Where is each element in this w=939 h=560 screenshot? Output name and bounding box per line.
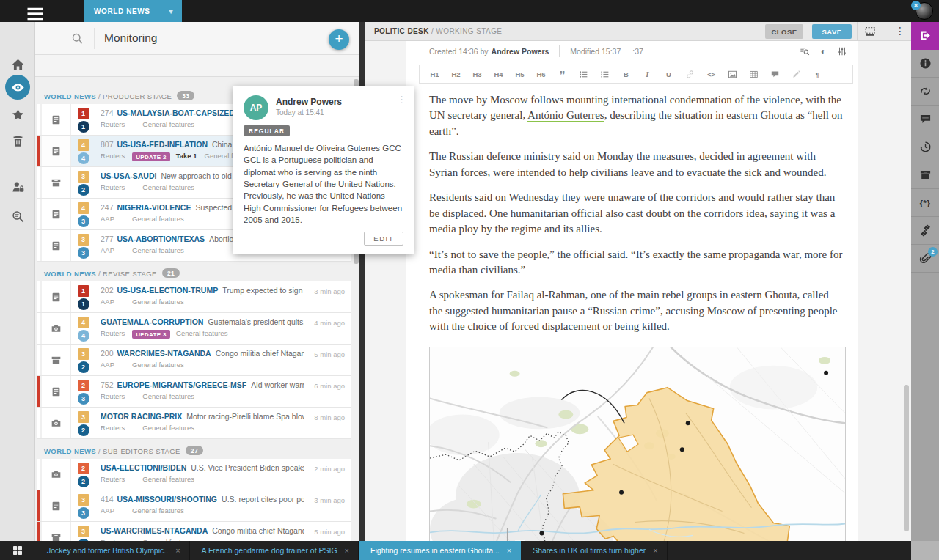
macros-button[interactable]: {*}	[911, 189, 939, 217]
workspace-selector[interactable]: WORLD NEWS ▾	[84, 0, 182, 22]
monitoring-item[interactable]: 32200WARCRIMES-NTAGANDACongo militia chi…	[37, 345, 351, 376]
annotated-text[interactable]: António Guterres	[527, 109, 604, 122]
close-icon[interactable]: ×	[653, 546, 657, 555]
toolbar-link-icon-button[interactable]	[679, 65, 701, 83]
toolbar-embed-code-button[interactable]: <>	[701, 65, 722, 83]
article-paragraph: A spokesman for Failaq al-Rahman, one of…	[429, 287, 844, 334]
kebab-menu-icon[interactable]: ⋮	[895, 25, 905, 37]
article-meta-row: Created 14:36 by Andrew Powers Modified …	[406, 41, 858, 62]
toolbar-h5-button[interactable]: H5	[509, 65, 530, 83]
toolbar-blockquote-button[interactable]: ”	[552, 65, 573, 83]
minimize-to-strip-icon[interactable]	[864, 26, 876, 37]
priority-badge: 1	[78, 121, 89, 133]
monitoring-item[interactable]: 44GUATEMALA-CORRUPTIONGuatemala's presid…	[37, 313, 351, 345]
toolbar-h4-button[interactable]: H4	[488, 65, 509, 83]
sidebar-item-spike[interactable]	[0, 128, 35, 153]
stage-group-header[interactable]: WORLD NEWS/REVISE STAGE21	[44, 268, 354, 278]
created-label: Created 14:36 by	[429, 47, 489, 56]
urgency-badge: 4	[78, 317, 89, 328]
find-replace-icon[interactable]	[800, 46, 810, 56]
item-meta: 32	[71, 408, 95, 438]
toolbar-annotate-icon-button[interactable]	[786, 65, 807, 83]
sidebar-item-personal-space[interactable]	[0, 174, 35, 199]
group-separator: /	[98, 447, 101, 455]
toolbar-table-icon-button[interactable]	[743, 65, 764, 83]
add-content-button[interactable]: +	[329, 29, 349, 50]
monitoring-item[interactable]: 11202US-USA-ELECTION-TRUMPTrump expected…	[37, 281, 351, 313]
suggestions-button[interactable]	[911, 78, 939, 106]
monitoring-item[interactable]: 32MOTOR RACING-PRIXMotor racing-Pirelli …	[37, 408, 351, 439]
item-meta: 32	[71, 345, 95, 375]
item-genre: General features	[142, 475, 194, 483]
kebab-menu-icon[interactable]: ⋮	[397, 94, 406, 105]
close-icon[interactable]: ×	[175, 546, 180, 555]
sidebar-item-highlights[interactable]	[0, 102, 35, 127]
toolbar-paragraph-mark-button[interactable]: ¶	[807, 65, 828, 83]
stage-group-header[interactable]: WORLD NEWS/SUB-EDITORS STAGE27	[44, 446, 354, 455]
sidebar-item-home[interactable]	[0, 52, 35, 77]
theme-contrast-icon[interactable]: ◐	[821, 46, 826, 56]
editor-scrollbar[interactable]	[904, 385, 909, 531]
item-headline: U.S. Vice President Biden speaks...	[191, 463, 304, 472]
toolbar-h2-button[interactable]: H2	[445, 65, 467, 83]
toolbar-h6-button[interactable]: H6	[530, 65, 552, 83]
open-article-tab[interactable]: A French gendarme dog trainer of PSIG×	[190, 541, 359, 560]
article-body[interactable]: The move by Moscow follows mounting inte…	[429, 92, 844, 335]
monitoring-item[interactable]: 22USA-ELECTIONI/BIDENU.S. Vice President…	[37, 459, 351, 490]
close-icon[interactable]: ×	[507, 546, 511, 555]
send-to-button[interactable]	[911, 22, 939, 50]
trash-icon	[11, 134, 25, 148]
monitoring-item[interactable]: 32US-WARCRIMES-NTAGANDACongo militia chi…	[37, 522, 351, 541]
modified-label: Modified 15:37	[570, 47, 621, 56]
item-time: 6 min ago	[314, 382, 345, 390]
search-icon[interactable]	[71, 32, 84, 45]
monitoring-item[interactable]: 33414USA-MISSOURI/SHOOTINGU.S. report ci…	[37, 490, 351, 522]
packages-button[interactable]	[911, 161, 939, 189]
text-item-icon	[42, 104, 71, 135]
save-button[interactable]: SAVE	[812, 24, 852, 39]
attachments-button[interactable]: 2	[911, 245, 939, 273]
history-icon	[919, 141, 932, 153]
toolbar-comment-icon-button[interactable]	[764, 65, 786, 83]
group-count-badge: 33	[177, 91, 194, 100]
close-button[interactable]: CLOSE	[765, 24, 803, 39]
toolbar-underline-button[interactable]: U	[658, 65, 679, 83]
status-badge: REGULAR	[244, 125, 290, 136]
workspace-grid-icon[interactable]	[0, 541, 35, 560]
close-icon[interactable]: ×	[345, 546, 349, 555]
update-badge: UPDATE 2	[132, 152, 169, 161]
sidebar-item-global-search[interactable]	[0, 204, 35, 229]
map-image[interactable]	[429, 347, 846, 541]
separator	[888, 22, 888, 41]
open-article-tab[interactable]: Jockey and former British Olympic..×	[35, 541, 190, 560]
edit-button[interactable]: EDIT	[364, 232, 403, 246]
open-article-tab[interactable]: Fighting resumes in eastern Ghouta...×	[359, 541, 521, 560]
sidebar-item-monitoring[interactable]	[0, 75, 35, 100]
toolbar-h1-button[interactable]: H1	[424, 65, 445, 83]
text-item-icon	[42, 281, 71, 312]
item-time: 4 min ago	[314, 319, 345, 327]
history-button[interactable]	[911, 133, 939, 161]
open-article-tab[interactable]: Shares in UK oil firms turn higher×	[521, 541, 668, 560]
hamburger-menu-icon[interactable]	[26, 5, 44, 17]
item-slug: US-MALAYSIA-BOAT-CAPSIZED	[117, 108, 235, 117]
comments-button[interactable]	[911, 106, 939, 133]
item-meta: 43	[71, 199, 95, 229]
toolbar-h3-button[interactable]: H3	[467, 65, 488, 83]
item-genre: General features	[142, 424, 194, 432]
info-icon	[919, 57, 932, 70]
preferences-sliders-icon[interactable]	[837, 46, 847, 56]
toolbar-bold-button[interactable]: B	[615, 65, 637, 83]
toolbar-italic-button[interactable]: I	[637, 65, 658, 83]
toolbar-unordered-list-icon-button[interactable]	[573, 65, 594, 83]
info-button[interactable]	[911, 50, 939, 78]
monitoring-item[interactable]: 23752EUROPE-MIGRANTS/GREECE-MSFAid worke…	[37, 376, 351, 408]
toolbar-ordered-list-icon-button[interactable]	[594, 65, 615, 83]
suggestions-icon	[919, 85, 932, 97]
text-item-icon	[42, 199, 71, 229]
item-headline: Congo militia chief Ntaganda...	[216, 349, 304, 358]
toolbar-image-icon-button[interactable]	[722, 65, 743, 83]
picture-item-icon	[42, 313, 71, 344]
unlink-button[interactable]	[911, 217, 939, 245]
workspace-label: WORLD NEWS	[94, 7, 150, 15]
